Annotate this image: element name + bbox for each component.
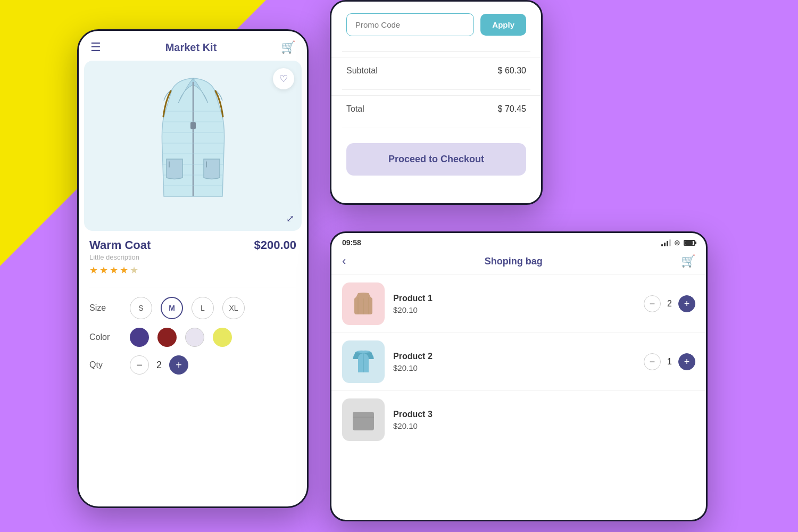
product-1-qty: 2 (667, 299, 672, 309)
star-3: ★ (110, 264, 118, 276)
product-2-info: Product 2 $20.10 (393, 352, 635, 372)
promo-row: Apply (331, 2, 541, 46)
product-price: $200.00 (254, 238, 296, 252)
product-1-price: $20.10 (393, 305, 635, 314)
product-card-1: Product 1 $20.10 − 2 + (331, 275, 706, 332)
star-4: ★ (120, 264, 128, 276)
size-l[interactable]: L (192, 297, 214, 319)
product-2-qty: 1 (667, 357, 672, 367)
product-2-image (347, 346, 379, 378)
qty-value: 2 (156, 360, 162, 371)
product-2-plus-button[interactable]: + (678, 353, 695, 370)
color-purple[interactable] (130, 328, 149, 347)
divider-subtotal (342, 89, 530, 90)
apply-promo-button[interactable]: Apply (480, 14, 526, 36)
subtotal-label: Subtotal (346, 66, 378, 76)
total-value: $ 70.45 (498, 104, 526, 114)
product-3-price: $20.10 (393, 421, 695, 430)
status-bar: 09:58 ⊛ (331, 233, 706, 250)
expand-icon: ⤢ (286, 213, 294, 224)
qty-row: Qty − 2 + (79, 351, 307, 379)
color-white[interactable] (185, 328, 204, 347)
color-yellow[interactable] (213, 328, 232, 347)
product-1-qty-control: − 2 + (644, 295, 695, 312)
subtotal-row: Subtotal $ 60.30 (331, 57, 541, 84)
product-description: Little description (89, 253, 151, 261)
svg-rect-1 (190, 122, 196, 129)
qty-minus-button[interactable]: − (130, 355, 149, 375)
back-button[interactable]: ‹ (342, 254, 346, 268)
expand-button[interactable]: ⤢ (286, 213, 294, 225)
product-image-container: ♡ ⤢ (84, 61, 302, 231)
size-m[interactable]: M (161, 297, 183, 319)
battery-tip (695, 242, 696, 244)
qty-control: − 2 + (130, 355, 188, 375)
qty-plus-button[interactable]: + (169, 355, 188, 375)
promo-code-input[interactable] (346, 13, 474, 36)
bag-cart-icon[interactable]: 🛒 (681, 254, 695, 268)
product-thumb-2 (342, 340, 385, 383)
product-thumb-3 (342, 398, 385, 441)
product-card-3: Product 3 $20.10 (331, 390, 706, 448)
color-row: Color (79, 323, 307, 351)
hamburger-icon[interactable]: ☰ (90, 40, 101, 54)
wishlist-button[interactable]: ♡ (273, 68, 294, 89)
status-icons: ⊛ (661, 238, 695, 247)
total-row: Total $ 70.45 (331, 95, 541, 122)
product-1-plus-button[interactable]: + (678, 295, 695, 312)
product-image (140, 74, 246, 218)
checkout-card: Apply Subtotal $ 60.30 Total $ 70.45 Pro… (330, 0, 543, 205)
product-1-minus-button[interactable]: − (644, 295, 661, 312)
proceed-checkout-button[interactable]: Proceed to Checkout (346, 143, 526, 176)
signal-bar-1 (661, 244, 663, 246)
left-phone: ☰ Market Kit 🛒 (77, 29, 309, 508)
bag-title: Shoping bag (485, 256, 543, 267)
battery-fill (685, 241, 693, 245)
bottom-phone: 09:58 ⊛ ‹ Shoping bag 🛒 (330, 231, 708, 521)
size-label: Size (89, 303, 121, 313)
divider-1 (89, 287, 296, 287)
color-red[interactable] (157, 328, 177, 347)
signal-bar-2 (664, 243, 666, 246)
product-thumb-1 (342, 282, 385, 325)
size-row: Size S M L XL (79, 293, 307, 323)
star-2: ★ (99, 264, 108, 276)
product-1-name: Product 1 (393, 294, 635, 303)
product-3-info: Product 3 $20.10 (393, 410, 695, 430)
total-label: Total (346, 104, 364, 114)
star-5: ★ (130, 264, 138, 276)
product-card-2: Product 2 $20.10 − 1 + (331, 332, 706, 390)
product-3-image (347, 404, 379, 436)
product-2-qty-control: − 1 + (644, 353, 695, 370)
product-2-name: Product 2 (393, 352, 635, 361)
svg-rect-12 (353, 412, 374, 430)
product-info: Warm Coat Little description $200.00 ★ ★… (79, 231, 307, 281)
subtotal-value: $ 60.30 (498, 66, 526, 76)
signal-bar-4 (669, 239, 671, 246)
heart-icon: ♡ (279, 73, 288, 85)
app-title: Market Kit (165, 41, 217, 54)
status-time: 09:58 (342, 238, 361, 247)
product-1-info: Product 1 $20.10 (393, 294, 635, 314)
qty-label: Qty (89, 360, 121, 370)
product-3-name: Product 3 (393, 410, 695, 419)
star-rating: ★ ★ ★ ★ ★ (89, 264, 296, 276)
star-1: ★ (89, 264, 98, 276)
signal-icon (661, 239, 671, 246)
bag-header: ‹ Shoping bag 🛒 (331, 250, 706, 275)
size-s[interactable]: S (130, 297, 152, 319)
divider-promo (342, 51, 530, 52)
cart-icon[interactable]: 🛒 (281, 40, 295, 54)
phone-header: ☰ Market Kit 🛒 (79, 31, 307, 61)
product-2-price: $20.10 (393, 363, 635, 372)
wifi-icon: ⊛ (674, 238, 680, 247)
color-label: Color (89, 332, 121, 342)
divider-total (342, 128, 530, 128)
size-xl[interactable]: XL (222, 297, 245, 319)
signal-bar-3 (667, 241, 668, 246)
product-name: Warm Coat (89, 238, 151, 252)
battery-icon (684, 240, 695, 246)
product-1-image (347, 288, 379, 320)
product-2-minus-button[interactable]: − (644, 353, 661, 370)
